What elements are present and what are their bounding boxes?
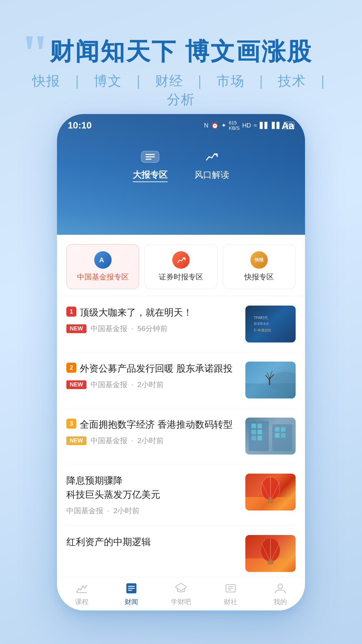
- news-thumb-4: [245, 535, 296, 572]
- news-rank-2: 3: [66, 419, 76, 429]
- separator-4: ｜: [254, 73, 268, 88]
- header-nav: 大报专区 风口解读: [57, 148, 305, 182]
- phone-header: 10:10 N ⏰ ✦ 615KB/S HD ≈ ▋▋ ▋▋ 4G Aa: [57, 114, 305, 235]
- new-badge-0: NEW: [66, 324, 86, 333]
- thumb-inner-4: [245, 535, 296, 572]
- bottom-label-wode: 我的: [274, 597, 287, 606]
- thumb-inner-1: [245, 362, 296, 398]
- cat-icon-1: [172, 251, 190, 269]
- news-title-row-2: 3 全面拥抱数字经济 香港推动数码转型: [66, 418, 239, 432]
- news-time-val-1: 2小时前: [137, 380, 164, 390]
- news-item-3[interactable]: 降息预期骤降科技巨头蒸发万亿美元 中国基金报 · 2小时前: [66, 464, 296, 526]
- svg-rect-24: [281, 427, 286, 432]
- news-title-row-4: 红利资产的中期逻辑: [66, 535, 239, 549]
- news-source-0: 中国基金报: [90, 324, 127, 334]
- alarm-icon: ⏰: [211, 122, 219, 129]
- bottom-label-caishe: 财社: [224, 597, 237, 606]
- news-source-3: 中国基金报: [66, 506, 103, 516]
- svg-rect-20: [257, 430, 262, 434]
- svg-rect-41: [267, 560, 274, 565]
- bottom-nav-xuecaiba[interactable]: 学财吧: [156, 581, 206, 606]
- news-title-0: 顶级大咖来了，就在明天！: [80, 306, 192, 320]
- svg-text:A: A: [99, 256, 104, 264]
- svg-rect-25: [275, 433, 280, 438]
- bottom-icon-kecheng: [75, 581, 89, 595]
- news-source-2: 中国基金报: [90, 436, 127, 446]
- news-title-row-3: 降息预期骤降科技巨头蒸发万亿美元: [66, 474, 239, 502]
- subtitle-item-2: 博文: [94, 73, 122, 88]
- phone-frame: 10:10 N ⏰ ✦ 615KB/S HD ≈ ▋▋ ▋▋ 4G Aa: [57, 114, 305, 610]
- bottom-label-kecheng: 课程: [75, 597, 88, 606]
- news-meta-2: NEW 中国基金报 · 2小时前: [66, 436, 239, 446]
- news-thumb-3: [245, 474, 296, 511]
- status-bar: 10:10 N ⏰ ✦ 615KB/S HD ≈ ▋▋ ▋▋ 4G: [57, 114, 305, 131]
- nav-label-fengkou: 风口解读: [194, 169, 229, 181]
- news-left-3: 降息预期骤降科技巨头蒸发万亿美元 中国基金报 · 2小时前: [66, 474, 239, 516]
- phone-mockup: 10:10 N ⏰ ✦ 615KB/S HD ≈ ▋▋ ▋▋ 4G Aa: [57, 114, 305, 610]
- separator-2: ｜: [132, 73, 145, 88]
- thumb-inner-3: [245, 474, 296, 511]
- thumb-inner-0: TFA时代 股涨暨淡淡 2○年度总结: [245, 306, 296, 342]
- news-title-1: 外资公募产品发行回暖 股东承诺跟投: [80, 362, 233, 376]
- news-left-2: 3 全面拥抱数字经济 香港推动数码转型 NEW 中国基金报 · 2小时前: [66, 418, 239, 446]
- news-thumb-2: [245, 418, 296, 454]
- svg-rect-34: [267, 499, 274, 503]
- status-icons: N ⏰ ✦ 615KB/S HD ≈ ▋▋ ▋▋ 4G: [204, 120, 294, 131]
- bottom-icon-caigwen: [124, 581, 138, 595]
- hd-icon: HD: [242, 122, 251, 129]
- news-title-row-0: 1 顶级大咖来了，就在明天！: [66, 306, 239, 320]
- nav-icon-fengkou: [202, 148, 222, 166]
- svg-text:2○年度总结: 2○年度总结: [254, 328, 271, 332]
- cat-tab-0[interactable]: A 中国基金报专区: [66, 244, 139, 289]
- bottom-nav-caigwen[interactable]: 财闻: [107, 581, 156, 606]
- nav-icon-dababao: [140, 148, 160, 166]
- news-left-1: 2 外资公募产品发行回暖 股东承诺跟投 NEW 中国基金报 · 2小时前: [66, 362, 239, 390]
- nav-item-fengkou[interactable]: 风口解读: [194, 148, 229, 182]
- svg-rect-23: [275, 427, 280, 432]
- hero-section: 财闻知天下 博文画涨股 快报 ｜ 博文 ｜ 财经 ｜ 市场 ｜ 技术 ｜ 分析: [0, 37, 362, 109]
- news-left-4: 红利资产的中期逻辑: [66, 535, 239, 549]
- cat-label-0: 中国基金报专区: [77, 272, 129, 282]
- new-badge-2: NEW: [66, 436, 86, 445]
- cat-label-2: 快报专区: [244, 272, 274, 282]
- news-meta-0: NEW 中国基金报 · 56分钟前: [66, 324, 239, 334]
- new-badge-1: NEW: [66, 380, 86, 389]
- subtitle-item-6: 分析: [167, 92, 195, 107]
- news-title-2: 全面拥抱数字经济 香港推动数码转型: [80, 418, 233, 432]
- bottom-icon-xuecaiba: [174, 581, 188, 595]
- cat-tab-1[interactable]: 证券时报专区: [144, 244, 217, 289]
- nav-label-dababao: 大报专区: [133, 169, 168, 182]
- bottom-nav-wode[interactable]: 我的: [255, 581, 305, 606]
- bottom-nav-caishe[interactable]: 财社: [206, 581, 255, 606]
- news-title-3: 降息预期骤降科技巨头蒸发万亿美元: [66, 474, 160, 502]
- bottom-icon-wode: [273, 581, 287, 595]
- bottom-nav-kecheng[interactable]: 课程: [57, 581, 107, 606]
- hero-subtitle: 快报 ｜ 博文 ｜ 财经 ｜ 市场 ｜ 技术 ｜ 分析: [20, 72, 342, 109]
- nav-item-dababao[interactable]: 大报专区: [133, 148, 168, 182]
- bottom-label-xuecaiba: 学财吧: [171, 597, 191, 606]
- cat-tab-2[interactable]: 快报 快报专区: [223, 244, 296, 289]
- bluetooth-icon: ✦: [221, 122, 226, 129]
- font-size-icon[interactable]: Aa: [282, 120, 294, 131]
- news-title-row-1: 2 外资公募产品发行回暖 股东承诺跟投: [66, 362, 239, 376]
- news-title-4: 红利资产的中期逻辑: [66, 535, 151, 549]
- news-item-1[interactable]: 2 外资公募产品发行回暖 股东承诺跟投 NEW 中国基金报 · 2小时前: [66, 352, 296, 408]
- svg-rect-26: [281, 433, 286, 438]
- svg-rect-19: [251, 430, 256, 434]
- svg-text:TFA时代: TFA时代: [254, 316, 268, 320]
- cat-icon-2: 快报: [250, 251, 268, 269]
- svg-rect-22: [257, 436, 262, 440]
- signal-icon-2: ▋▋: [272, 122, 281, 129]
- news-meta-3: 中国基金报 · 2小时前: [66, 506, 239, 516]
- news-time-val-2: 2小时前: [137, 436, 164, 446]
- bottom-nav: 课程 财闻: [57, 577, 305, 610]
- news-item-4[interactable]: 红利资产的中期逻辑: [66, 526, 296, 577]
- news-item-2[interactable]: 3 全面拥抱数字经济 香港推动数码转型 NEW 中国基金报 · 2小时前: [66, 408, 296, 464]
- news-item-0[interactable]: 1 顶级大咖来了，就在明天！ NEW 中国基金报 · 56分钟前: [66, 296, 296, 352]
- news-time-val-0: 56分钟前: [137, 324, 168, 334]
- speed-icon: 615KB/S: [229, 120, 240, 131]
- phone-content: A 中国基金报专区 证券时报专区 快报: [57, 235, 305, 577]
- svg-rect-18: [257, 424, 262, 428]
- news-list: 1 顶级大咖来了，就在明天！ NEW 中国基金报 · 56分钟前: [57, 296, 305, 577]
- subtitle-item-1: 快报: [32, 73, 60, 88]
